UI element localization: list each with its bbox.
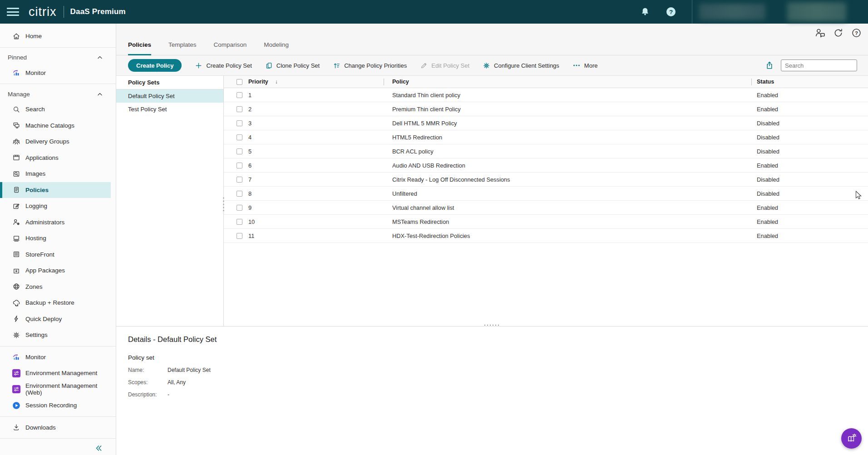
header-help-icon[interactable]: ? <box>666 7 676 17</box>
images-icon <box>12 170 20 178</box>
create-policy-set-button[interactable]: Create Policy Set <box>195 62 252 69</box>
row-checkbox[interactable] <box>237 219 242 225</box>
refresh-icon[interactable] <box>833 28 843 38</box>
sidebar-item-app-packages[interactable]: App Packages <box>0 262 111 279</box>
table-row[interactable]: 2 Premium Thin client Policy Enabled <box>224 102 868 116</box>
table-row[interactable]: 9 Virtual channel allow list Enabled <box>224 201 868 215</box>
row-status: Disabled <box>757 134 779 141</box>
change-policy-priorities-button[interactable]: Change Policy Priorities <box>333 62 407 69</box>
hamburger-menu-icon[interactable] <box>7 6 19 18</box>
create-policy-button[interactable]: Create Policy <box>128 59 182 72</box>
table-row[interactable]: 6 Audio AND USB Redirection Enabled <box>224 158 868 173</box>
row-policy-name: HDX-Test-Redirection Policies <box>392 232 470 239</box>
details-title: Details - Default Policy Set <box>128 335 868 344</box>
row-checkbox[interactable] <box>237 233 242 239</box>
row-priority: 6 <box>248 162 252 169</box>
clone-policy-set-button[interactable]: Clone Policy Set <box>265 62 320 69</box>
table-row[interactable]: 4 HTML5 Redirection Disabled <box>224 130 868 144</box>
row-checkbox[interactable] <box>237 92 242 98</box>
table-header-priority[interactable]: Priority ↓ <box>224 79 384 85</box>
sidebar-item-hosting[interactable]: Hosting <box>0 230 111 247</box>
row-policy-name: Unfiltered <box>392 190 417 197</box>
search-icon <box>12 105 20 114</box>
row-checkbox[interactable] <box>237 163 242 168</box>
help-icon[interactable]: ? <box>851 28 862 38</box>
sidebar-item-delivery-groups[interactable]: Delivery Groups <box>0 134 111 150</box>
clone-copy-icon <box>265 62 273 69</box>
collapse-double-chevron-icon <box>94 444 103 452</box>
table-row[interactable]: 3 Dell HTML 5 MMR Policy Disabled <box>224 116 868 130</box>
book-lightbulb-icon <box>846 433 857 444</box>
details-field-description: Description:- <box>128 391 868 398</box>
row-checkbox[interactable] <box>237 106 242 112</box>
panel-resize-handle-vertical[interactable] <box>222 198 225 211</box>
sidebar-item-settings[interactable]: Settings <box>0 327 111 343</box>
sidebar-item-logging[interactable]: Logging <box>0 198 111 214</box>
table-row[interactable]: 1 Standard Thin client policy Enabled <box>224 88 868 102</box>
row-checkbox[interactable] <box>237 148 242 154</box>
row-checkbox[interactable] <box>237 134 242 140</box>
sidebar-item-environment-management[interactable]: Environment Management <box>0 365 111 381</box>
edit-pencil-icon <box>420 62 428 69</box>
row-status: Disabled <box>757 120 779 127</box>
search-input[interactable] <box>781 59 857 71</box>
sidebar-item-search[interactable]: Search <box>0 101 111 118</box>
sidebar-item-session-recording[interactable]: Session Recording <box>0 397 111 414</box>
panel-resize-handle-horizontal[interactable] <box>483 324 501 326</box>
tab-templates[interactable]: Templates <box>168 41 197 55</box>
sidebar-item-zones[interactable]: Zones <box>0 279 111 295</box>
redacted-user-menu-block[interactable] <box>787 2 846 21</box>
row-checkbox[interactable] <box>237 177 242 183</box>
row-checkbox[interactable] <box>237 120 242 126</box>
tab-modeling[interactable]: Modeling <box>264 41 289 55</box>
sidebar-item-quick-deploy[interactable]: Quick Deploy <box>0 311 111 327</box>
sidebar-collapse-button[interactable] <box>0 441 116 455</box>
row-priority: 3 <box>248 120 252 127</box>
sidebar-item-machine-catalogs[interactable]: Machine Catalogs <box>0 118 111 134</box>
divider <box>0 438 116 439</box>
sidebar-item-home[interactable]: Home <box>0 28 111 45</box>
table-row[interactable]: 10 MSTeams Redirection Enabled <box>224 215 868 229</box>
row-status: Disabled <box>757 176 779 183</box>
more-button[interactable]: More <box>572 61 598 69</box>
help-guide-fab-button[interactable] <box>841 428 862 449</box>
divider <box>0 84 116 84</box>
sidebar-section-pinned[interactable]: Pinned <box>0 50 116 65</box>
sidebar-item-monitor[interactable]: Monitor <box>0 349 111 366</box>
export-share-icon[interactable] <box>765 61 774 70</box>
sidebar-item-monitor-pinned[interactable]: Monitor <box>0 65 111 81</box>
sidebar-item-applications[interactable]: Applications <box>0 150 111 166</box>
table-row[interactable]: 8 Unfiltered Disabled <box>224 187 868 201</box>
sidebar-section-manage[interactable]: Manage <box>0 87 116 101</box>
sidebar-item-administrators[interactable]: Administrators <box>0 214 111 231</box>
notifications-bell-icon[interactable] <box>640 7 650 17</box>
tab-comparison[interactable]: Comparison <box>214 41 247 55</box>
table-row[interactable]: 7 Citrix Ready - Log Off Disconnected Se… <box>224 173 868 187</box>
table-row[interactable]: 5 BCR ACL policy Disabled <box>224 144 868 158</box>
tab-policies[interactable]: Policies <box>128 41 151 55</box>
row-checkbox[interactable] <box>237 191 242 197</box>
policy-set-item-default[interactable]: Default Policy Set <box>116 89 223 103</box>
row-priority: 9 <box>248 204 252 211</box>
policy-set-item-test[interactable]: Test Policy Set <box>116 103 223 116</box>
redacted-account-block[interactable] <box>699 4 765 20</box>
table-row[interactable]: 11 HDX-Test-Redirection Policies Enabled <box>224 229 868 243</box>
sidebar-item-policies[interactable]: Policies <box>0 182 111 198</box>
more-ellipsis-icon <box>572 61 581 69</box>
sort-priorities-icon <box>333 62 340 69</box>
feedback-person-icon[interactable] <box>814 27 825 38</box>
session-recording-icon <box>12 401 20 410</box>
sidebar-item-backup-restore[interactable]: Backup + Restore <box>0 295 111 311</box>
sidebar-item-environment-management-web[interactable]: Environment Management (Web) <box>0 381 111 398</box>
home-icon <box>12 32 20 40</box>
select-all-checkbox[interactable] <box>237 79 242 85</box>
policy-sets-header: Policy Sets <box>116 76 223 89</box>
sidebar-item-storefront[interactable]: StoreFront <box>0 247 111 263</box>
table-header-policy: Policy <box>384 76 751 88</box>
sidebar-item-images[interactable]: Images <box>0 166 111 182</box>
configure-client-settings-button[interactable]: Configure Client Settings <box>483 62 559 69</box>
svg-text:?: ? <box>669 9 673 15</box>
row-checkbox[interactable] <box>237 205 242 211</box>
sidebar-item-downloads[interactable]: Downloads <box>0 420 111 436</box>
row-policy-name: Virtual channel allow list <box>392 204 454 211</box>
